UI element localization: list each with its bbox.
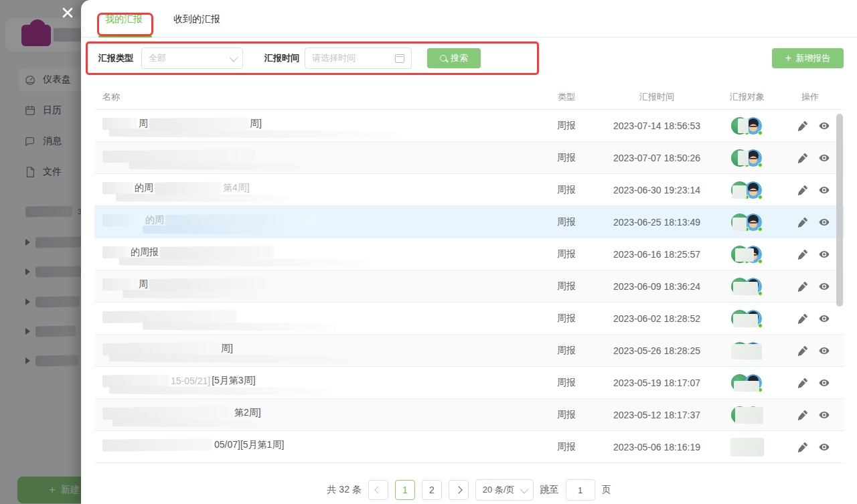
prev-page-button[interactable] [368, 480, 388, 500]
report-time-cell: 2023-05-19 18:17:07 [610, 377, 704, 388]
table-row[interactable]: 的周 周报 2023-06-25 18:13:49 [94, 206, 844, 238]
add-report-button[interactable]: + 新增报告 [772, 48, 844, 68]
next-page-button[interactable] [449, 480, 469, 500]
report-target-cell [704, 213, 791, 232]
view-icon[interactable] [817, 280, 831, 293]
table-row[interactable]: 05/07][5月第1周] 周报 2023-05-06 18:16:19 [94, 431, 844, 463]
report-name-cell [94, 142, 523, 173]
status-dot [758, 163, 763, 167]
table-row[interactable]: 第2周] 周报 2023-05-12 18:17:37 [94, 399, 844, 431]
table-row[interactable]: 15-05/21][5月第3周] 周报 2023-05-19 18:17:07 [94, 367, 844, 399]
status-dot [758, 131, 763, 135]
report-time-label: 汇报时间 [264, 52, 299, 64]
view-icon[interactable] [817, 312, 831, 325]
report-name-cell: 第2周] [94, 399, 523, 430]
view-icon[interactable] [817, 344, 831, 357]
edit-icon[interactable] [796, 151, 809, 165]
table-row[interactable]: 的周报 周报 2023-06-16 18:25:57 [94, 238, 844, 270]
edit-icon[interactable] [796, 376, 809, 390]
avatar-group [731, 406, 763, 424]
search-icon [440, 55, 447, 62]
avatar-redaction [732, 218, 747, 231]
report-target-cell [704, 149, 791, 167]
avatar-redaction [735, 407, 763, 424]
report-target-cell [704, 277, 791, 296]
tab-label: 我的汇报 [105, 13, 143, 24]
chevron-down-icon [520, 485, 528, 493]
screen: 仪表盘 日历 消息 文件 3'a3as + 新建 我的汇报 [0, 0, 857, 504]
per-page-select[interactable]: 20 条/页 [475, 479, 534, 501]
report-time-picker[interactable]: 请选择时间 [305, 48, 412, 69]
avatar-redaction [735, 248, 754, 262]
report-time-cell: 2023-05-12 18:17:37 [610, 410, 704, 420]
table-row[interactable]: 周周] 周报 2023-07-14 18:56:53 [94, 110, 844, 142]
view-icon[interactable] [817, 248, 831, 261]
report-type-cell: 周报 [523, 184, 610, 196]
page-button-2[interactable]: 2 [422, 480, 442, 500]
table-body: 周周] 周报 2023-07-14 18:56:53 周报 2 [94, 110, 844, 463]
tab-my-reports[interactable]: 我的汇报 [105, 0, 143, 37]
header-type: 类型 [523, 91, 610, 103]
table-row[interactable]: 周] 周报 2023-05-26 18:28:25 [94, 335, 844, 367]
edit-icon[interactable] [796, 183, 809, 197]
report-name-cell: 的周报 [94, 238, 523, 270]
edit-icon[interactable] [796, 344, 809, 357]
report-type-cell: 周报 [523, 345, 610, 357]
page-suffix: 页 [602, 484, 611, 496]
close-icon[interactable] [60, 5, 75, 20]
view-icon[interactable] [817, 119, 831, 133]
report-target-cell [704, 341, 791, 360]
view-icon[interactable] [817, 376, 831, 390]
jump-page-input[interactable] [566, 479, 595, 501]
table-scrollbar[interactable] [836, 114, 843, 307]
view-icon[interactable] [817, 440, 831, 454]
edit-icon[interactable] [796, 280, 809, 293]
view-icon[interactable] [817, 151, 831, 165]
tab-received-reports[interactable]: 收到的汇报 [173, 0, 220, 37]
view-icon[interactable] [817, 216, 831, 229]
avatar-group [731, 309, 763, 328]
view-icon[interactable] [817, 183, 831, 197]
edit-icon[interactable] [796, 440, 809, 454]
report-time-cell: 2023-06-30 19:23:14 [610, 185, 704, 195]
report-target-cell [704, 406, 791, 424]
edit-icon[interactable] [796, 119, 809, 133]
view-icon[interactable] [817, 408, 831, 422]
report-type-select[interactable]: 全部 [141, 48, 243, 69]
avatar-group [731, 373, 763, 392]
pagination: 共 32 条 1 2 20 条/页 跳至 页 [81, 479, 857, 501]
header-time: 汇报时间 [610, 91, 704, 103]
edit-icon[interactable] [796, 216, 809, 229]
table-row[interactable]: 周报 2023-06-02 18:28:52 [94, 303, 844, 335]
avatar-redaction [738, 151, 749, 165]
chevron-down-icon [230, 53, 238, 62]
search-button[interactable]: 搜索 [427, 48, 481, 68]
report-type-cell: 周报 [523, 409, 610, 421]
report-time-cell: 2023-07-14 18:56:53 [610, 120, 704, 131]
report-type-cell: 周报 [523, 248, 610, 260]
edit-icon[interactable] [796, 248, 809, 261]
report-time-cell: 2023-07-07 18:50:26 [610, 153, 704, 163]
report-time-cell: 2023-06-16 18:25:57 [610, 249, 704, 260]
table-row[interactable]: 周 周报 2023-06-09 18:36:24 [94, 270, 844, 303]
avatar-group [731, 245, 763, 264]
report-time-cell: 2023-05-06 18:16:19 [610, 442, 704, 452]
page-button-1[interactable]: 1 [395, 480, 415, 500]
table-row[interactable]: 周报 2023-07-07 18:50:26 [94, 142, 844, 174]
avatar-redaction [730, 438, 764, 456]
avatar-group [731, 116, 763, 135]
report-actions-cell [791, 376, 844, 390]
avatar-redaction [738, 118, 749, 133]
table-row[interactable]: 的周第4周] 周报 2023-06-30 19:23:14 [94, 174, 844, 206]
edit-icon[interactable] [796, 312, 809, 325]
report-target-cell [704, 373, 791, 392]
status-dot [758, 195, 763, 199]
report-modal: 我的汇报 收到的汇报 汇报类型 全部 汇报时间 请选择时间 搜索 [81, 0, 857, 504]
header-target: 汇报对象 [704, 91, 791, 103]
avatar-group [731, 149, 763, 167]
edit-icon[interactable] [796, 408, 809, 422]
tab-label: 收到的汇报 [173, 13, 220, 24]
report-type-value: 全部 [149, 52, 166, 64]
report-type-cell: 周报 [523, 441, 610, 453]
plus-icon: + [785, 53, 791, 64]
